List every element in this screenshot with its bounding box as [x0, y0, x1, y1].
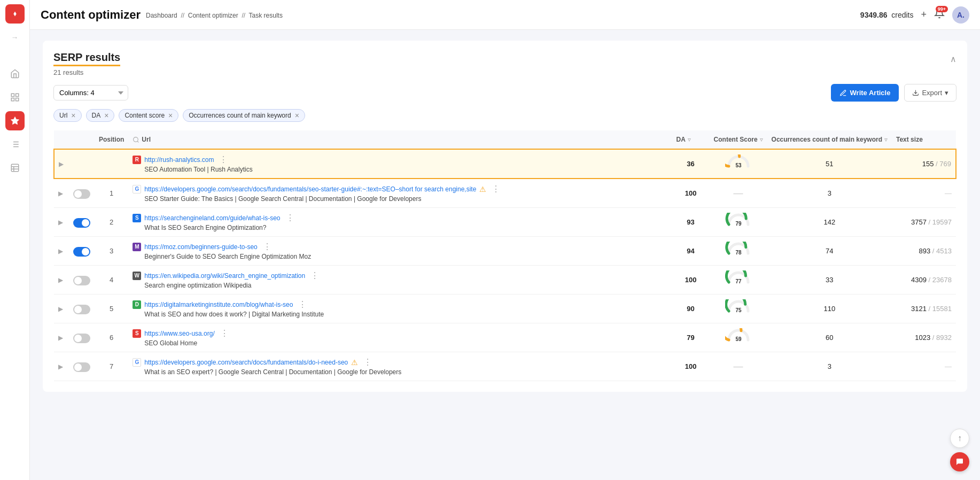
more-button[interactable]: ⋮ [308, 270, 321, 281]
score-cell: 75 [710, 295, 767, 323]
add-credits-button[interactable]: + [921, 9, 927, 20]
sidebar: → [0, 0, 30, 480]
chat-button[interactable] [950, 452, 969, 471]
expand-button[interactable]: ▶ [58, 276, 63, 284]
page-title: Content optimizer [41, 8, 141, 22]
expand-cell: ▶ [54, 208, 69, 237]
filter-tag-url: Url × [53, 109, 82, 122]
occurrences-cell: 51 [767, 149, 892, 179]
da-filter-icon[interactable]: ▿ [688, 136, 691, 143]
sidebar-expand-toggle[interactable]: → [5, 28, 25, 47]
breadcrumb-task-results[interactable]: Task results [249, 12, 283, 19]
text-size-total: / 769 [934, 160, 951, 168]
position-cell: 4 [95, 266, 128, 295]
columns-select[interactable]: Columns: 4 [53, 85, 128, 100]
sidebar-grid-icon[interactable] [5, 88, 25, 107]
row-toggle[interactable] [73, 362, 90, 372]
more-button[interactable]: ⋮ [284, 213, 297, 223]
credits-amount: 9349.86 [860, 11, 888, 19]
content-area: SERP results ∧ 21 results Columns: 4 Wri… [30, 30, 980, 480]
svg-rect-2 [11, 94, 14, 96]
svg-text:78: 78 [735, 250, 742, 256]
filter-tag-occurrences: Occurrences count of main keyword × [183, 109, 305, 122]
text-size-value: 893 [919, 247, 931, 255]
score-cell: 78 [710, 237, 767, 266]
row-toggle[interactable] [73, 334, 90, 343]
filter-tag-url-remove[interactable]: × [71, 111, 75, 120]
scroll-top-button[interactable]: ↑ [950, 429, 969, 448]
text-size-cell: 3121 / 15581 [892, 295, 956, 323]
row-toggle[interactable] [73, 305, 90, 314]
collapse-button[interactable]: ∧ [950, 54, 956, 64]
svg-point-17 [134, 137, 138, 142]
more-button[interactable]: ⋮ [218, 328, 231, 338]
breadcrumb-content-optimizer[interactable]: Content optimizer [188, 12, 238, 19]
serp-section: SERP results ∧ 21 results Columns: 4 Wri… [43, 41, 967, 392]
url-cell: G https://developers.google.com/search/d… [128, 352, 672, 381]
expand-button[interactable]: ▶ [59, 160, 64, 168]
position-cell: 6 [95, 323, 128, 352]
expand-button[interactable]: ▶ [58, 247, 63, 255]
expand-button[interactable]: ▶ [58, 363, 63, 370]
url-link[interactable]: https://en.wikipedia.org/wiki/Search_eng… [144, 272, 305, 280]
breadcrumb-dashboard[interactable]: Dashboard [146, 12, 177, 19]
url-link[interactable]: https://www.seo-usa.org/ [144, 330, 214, 337]
results-count: 21 results [53, 68, 956, 76]
write-article-button[interactable]: Write Article [831, 84, 899, 102]
position-cell: 1 [95, 179, 128, 208]
filter-tag-occurrences-remove[interactable]: × [295, 111, 299, 120]
table-row: ▶ 2 S https://searchengineland.com/guide… [54, 208, 956, 237]
expand-button[interactable]: ▶ [58, 305, 63, 313]
results-table: Position Url DA [53, 130, 956, 381]
more-button[interactable]: ⋮ [489, 184, 502, 194]
da-cell: 94 [672, 237, 710, 266]
position-cell [95, 149, 128, 179]
breadcrumb: Dashboard // Content optimizer // Task r… [146, 12, 283, 19]
page-title-cell: SEO Automation Tool | Rush Analytics [144, 166, 252, 173]
filter-tag-da-remove[interactable]: × [104, 111, 108, 120]
sidebar-table-icon[interactable] [5, 158, 25, 177]
row-toggle[interactable] [73, 189, 90, 199]
serp-header: SERP results ∧ [53, 51, 956, 66]
expand-cell: ▶ [54, 266, 69, 295]
occ-filter-icon[interactable]: ▿ [884, 136, 888, 143]
toolbar-actions: Write Article Export ▾ [831, 84, 956, 102]
filter-tag-content-score-remove[interactable]: × [168, 111, 173, 120]
occurrences-cell: 60 [767, 323, 892, 352]
row-toggle[interactable] [73, 247, 90, 257]
url-link[interactable]: http://rush-analytics.com [144, 156, 214, 164]
notification-button[interactable]: 99+ [934, 8, 945, 21]
text-size-total: / 19597 [927, 218, 952, 226]
toggle-cell [69, 149, 95, 179]
export-label: Export [922, 89, 942, 97]
th-text-size: Text size [892, 130, 956, 149]
text-size-total: / 15581 [927, 305, 952, 313]
sidebar-icon-main[interactable] [5, 4, 25, 24]
row-toggle[interactable] [73, 218, 90, 228]
expand-button[interactable]: ▶ [58, 334, 63, 342]
filter-tag-content-score-label: Content score [125, 112, 165, 119]
url-link[interactable]: https://developers.google.com/search/doc… [144, 185, 476, 193]
expand-button[interactable]: ▶ [58, 219, 63, 226]
url-link[interactable]: https://developers.google.com/search/doc… [144, 359, 348, 366]
more-button[interactable]: ⋮ [261, 242, 274, 252]
row-toggle[interactable] [73, 276, 90, 285]
more-button[interactable]: ⋮ [296, 299, 309, 309]
more-button[interactable]: ⋮ [361, 357, 374, 367]
url-link[interactable]: https://moz.com/beginners-guide-to-seo [144, 243, 257, 251]
expand-button[interactable]: ▶ [58, 190, 63, 197]
sidebar-list-icon[interactable] [5, 135, 25, 154]
url-link[interactable]: https://digitalmarketinginstitute.com/bl… [144, 301, 293, 308]
toggle-cell [69, 237, 95, 266]
more-button[interactable]: ⋮ [217, 154, 230, 165]
avatar-button[interactable]: A. [952, 6, 969, 24]
sidebar-home-icon[interactable] [5, 64, 25, 83]
sidebar-star-icon[interactable] [5, 111, 25, 130]
score-cell: 79 [710, 208, 767, 237]
export-button[interactable]: Export ▾ [904, 84, 956, 102]
th-toggle [69, 130, 95, 149]
score-filter-icon[interactable]: ▿ [760, 136, 763, 143]
page-title-cell: Search engine optimization Wikipedia [144, 282, 251, 289]
url-link[interactable]: https://searchengineland.com/guide/what-… [144, 214, 280, 222]
occurrences-cell: 3 [767, 179, 892, 208]
